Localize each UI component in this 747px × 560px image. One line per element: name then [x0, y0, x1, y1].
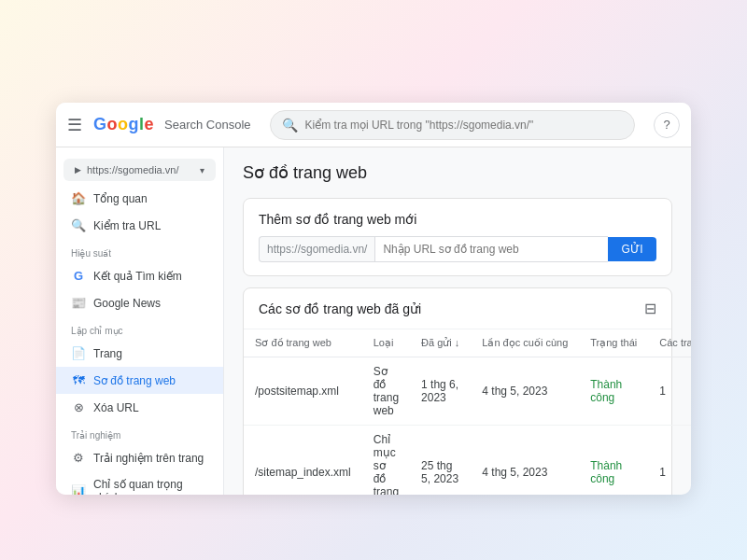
sidebar-item-tong-quan[interactable]: 🏠 Tổng quan [56, 185, 223, 212]
table-row: /postsitemap.xml Sơ đồ trang web 1 thg 6… [244, 357, 691, 426]
chevron-down-icon: ▾ [200, 165, 204, 175]
site-selector[interactable]: ▶ https://sgomedia.vn/ ▾ [63, 159, 216, 181]
sidebar-item-ket-qua-tim-kiem[interactable]: G Kết quả Tìm kiếm [56, 262, 223, 289]
sidebar-item-label: Kiểm tra URL [93, 219, 161, 232]
site-name: https://sgomedia.vn/ [87, 164, 194, 175]
help-icon[interactable]: ? [654, 112, 680, 138]
sidebar-item-label: Chỉ số quan trọng chính... [93, 478, 208, 495]
sidebar-item-trang[interactable]: 📄 Trang [56, 340, 223, 367]
search-icon: 🔍 [71, 218, 86, 232]
cell-sitemap: /postsitemap.xml [244, 357, 362, 426]
page-icon: 📄 [71, 346, 86, 360]
cell-type: Chỉ mục sơ đồ trang web [362, 426, 410, 496]
nav-section-trai-nghiem: Trải nghiệm [56, 421, 223, 444]
sidebar-item-google-news[interactable]: 📰 Google News [56, 289, 223, 316]
sidebar-item-label: Sơ đồ trang web [93, 374, 176, 387]
col-type: Loại [362, 329, 410, 357]
search-bar[interactable]: 🔍 [270, 110, 635, 140]
col-pages: Các trang đã được khám p [648, 329, 691, 357]
sidebar-item-label: Kết quả Tìm kiếm [93, 270, 182, 283]
sidebar: ▶ https://sgomedia.vn/ ▾ 🏠 Tổng quan 🔍 K… [56, 147, 224, 495]
sidebar-item-trai-nghiem-trang[interactable]: ⚙ Trải nghiệm trên trang [56, 444, 223, 471]
news-icon: 📰 [71, 296, 86, 310]
google-g-icon: G [71, 269, 86, 283]
sidebar-item-label: Tổng quan [93, 192, 148, 205]
url-prefix: https://sgomedia.vn/ [259, 236, 374, 262]
add-sitemap-title: Thêm sơ đồ trang web mới [244, 199, 671, 236]
table-card-header: Các sơ đồ trang web đã gửi ⊟ [244, 288, 671, 329]
google-logo: Google [93, 115, 153, 134]
sidebar-item-xoa-url[interactable]: ⊗ Xóa URL [56, 394, 223, 421]
table-header-row: Sơ đồ trang web Loại Đã gửi ↓ Lần đọc cu… [244, 329, 691, 357]
table-card-title: Các sơ đồ trang web đã gửi [259, 301, 421, 316]
search-input[interactable] [305, 119, 623, 132]
cell-sitemap: /sitemap_index.xml [244, 426, 362, 496]
cell-pages: 1 [648, 426, 691, 496]
main-content: Sơ đồ trang web Thêm sơ đồ trang web mới… [224, 147, 691, 495]
sidebar-item-label: Xóa URL [93, 401, 139, 414]
cell-type: Sơ đồ trang web [362, 357, 410, 426]
cell-status: Thành công [579, 357, 648, 426]
search-icon: 🔍 [282, 118, 298, 133]
cell-status: Thành công [579, 426, 648, 496]
cell-last-read: 4 thg 5, 2023 [471, 357, 579, 426]
chart-icon: 📊 [71, 484, 86, 496]
add-sitemap-input-row: https://sgomedia.vn/ GỬI [244, 236, 671, 275]
app-header: ☰ Google Search Console 🔍 ? [56, 103, 691, 147]
table-row: /sitemap_index.xml Chỉ mục sơ đồ trang w… [244, 426, 691, 496]
delete-icon: ⊗ [71, 400, 86, 414]
sitemap-icon: 🗺 [71, 373, 86, 387]
app-title: Search Console [164, 118, 251, 132]
cell-submitted: 1 thg 6, 2023 [410, 357, 471, 426]
experience-icon: ⚙ [71, 451, 86, 465]
sidebar-item-label: Trải nghiệm trên trang [93, 452, 204, 465]
filter-icon[interactable]: ⊟ [644, 300, 656, 317]
page-title: Sơ đồ trang web [243, 162, 672, 183]
sitemap-table-card: Các sơ đồ trang web đã gửi ⊟ Sơ đồ trang… [243, 287, 672, 495]
col-last-read: Lần đọc cuối cùng [471, 329, 579, 357]
cell-pages: 1 [648, 357, 691, 426]
add-sitemap-card: Thêm sơ đồ trang web mới https://sgomedi… [243, 198, 672, 276]
cell-last-read: 4 thg 5, 2023 [471, 426, 579, 496]
sitemap-url-input[interactable] [374, 236, 608, 262]
sidebar-item-label: Google News [93, 297, 161, 310]
app-body: ▶ https://sgomedia.vn/ ▾ 🏠 Tổng quan 🔍 K… [56, 147, 691, 495]
cell-submitted: 25 thg 5, 2023 [410, 426, 471, 496]
nav-section-lap-chi-muc: Lập chỉ mục [56, 316, 223, 340]
sitemaps-table: Sơ đồ trang web Loại Đã gửi ↓ Lần đọc cu… [244, 329, 691, 495]
col-status: Trạng thái [579, 329, 648, 357]
sidebar-item-so-do-trang-web[interactable]: 🗺 Sơ đồ trang web [56, 367, 223, 394]
nav-section-hieu-suat: Hiệu suất [56, 239, 223, 262]
submit-sitemap-button[interactable]: GỬI [608, 237, 656, 261]
play-icon: ▶ [75, 165, 81, 175]
menu-icon[interactable]: ☰ [67, 115, 82, 135]
home-icon: 🏠 [71, 191, 86, 205]
sidebar-item-chi-so-quan-trong[interactable]: 📊 Chỉ số quan trọng chính... [56, 471, 223, 495]
col-submitted: Đã gửi ↓ [410, 329, 471, 357]
sidebar-item-kiem-tra-url[interactable]: 🔍 Kiểm tra URL [56, 212, 223, 239]
col-sitemap: Sơ đồ trang web [244, 329, 362, 357]
sidebar-item-label: Trang [93, 347, 122, 360]
